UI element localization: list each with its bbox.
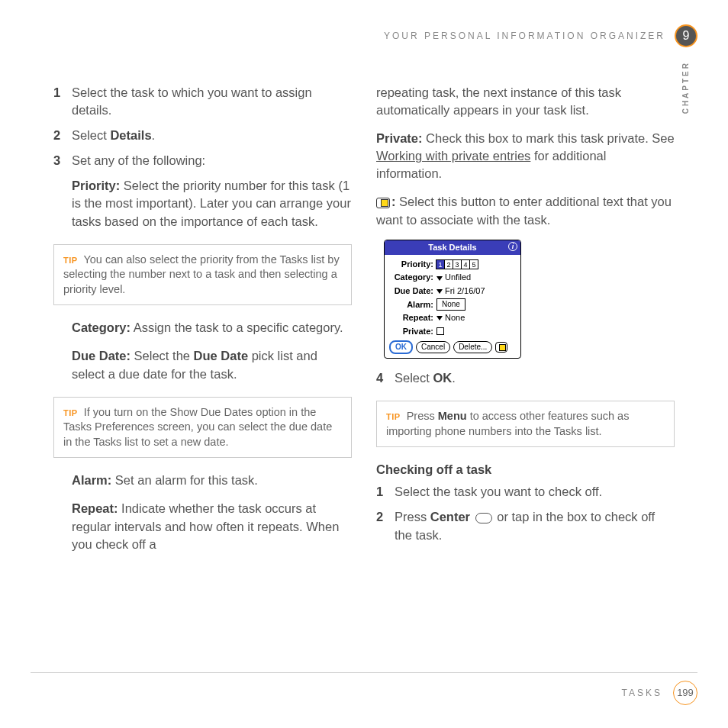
bold-text: Center — [430, 510, 470, 523]
repeat-row: Repeat: None — [389, 312, 516, 324]
chevron-down-icon — [436, 276, 443, 281]
tip-text: If you turn on the Show Due Dates option… — [63, 406, 332, 448]
tip-label: TIP — [386, 412, 401, 421]
note-paragraph: : Select this button to enter additional… — [376, 193, 675, 228]
field-label: Category: — [72, 321, 130, 334]
step-text: Select the task you want to check off. — [395, 483, 675, 501]
priority-selector[interactable]: 1 2 3 4 5 — [436, 259, 478, 269]
alarm-paragraph: Alarm: Set an alarm for this task. — [72, 472, 352, 489]
repeat-paragraph: Repeat: Indicate whether the task occurs… — [72, 500, 352, 552]
footer-section-label: TASKS — [622, 687, 662, 700]
field-label: Alarm: — [72, 473, 111, 487]
text: Press — [395, 510, 430, 523]
text: Assign the task to a specific category. — [130, 321, 343, 334]
text: Select — [395, 371, 433, 385]
value: Unfiled — [445, 272, 471, 282]
alarm-value[interactable]: None — [436, 298, 465, 311]
repeat-continuation: repeating task, the next instance of thi… — [376, 84, 675, 119]
step-number: 2 — [53, 127, 72, 144]
category-row: Category: Unfiled — [389, 272, 516, 283]
private-checkbox[interactable] — [436, 327, 444, 335]
step-text: Press Center or tap in the box to check … — [395, 508, 675, 543]
category-paragraph: Category: Assign the task to a specific … — [72, 319, 352, 337]
step-text: Select OK. — [395, 369, 675, 387]
tip-label: TIP — [63, 256, 78, 265]
duedate-paragraph: Due Date: Select the Due Date pick list … — [72, 347, 352, 382]
bold-text: Menu — [438, 410, 467, 422]
delete-button[interactable]: Delete... — [453, 341, 492, 353]
text: Select the — [130, 349, 194, 362]
check-step-1: 1 Select the task you want to check off. — [376, 483, 675, 501]
dialog-titlebar: Task Details i — [385, 240, 520, 255]
section-heading: Checking off a task — [376, 461, 675, 478]
footer-rule — [31, 672, 697, 673]
dropdown[interactable]: None — [436, 312, 465, 324]
tip-box: TIP You can also select the priority fro… — [53, 244, 352, 306]
label: Alarm: — [389, 299, 433, 311]
chapter-label: CHAPTER — [681, 61, 691, 114]
field-label: Priority: — [72, 179, 120, 192]
step-text: Set any of the following: — [72, 152, 352, 169]
bold-text: Details — [110, 128, 151, 142]
tip-label: TIP — [63, 408, 78, 417]
value: None — [445, 313, 465, 322]
text: Select — [72, 128, 110, 142]
step-number: 1 — [376, 483, 395, 501]
text: Press — [404, 410, 438, 422]
page-number-badge: 199 — [673, 681, 697, 705]
step-2: 2 Select Details. — [53, 127, 352, 144]
tip-box: TIP Press Menu to access other features … — [376, 401, 675, 447]
cancel-button[interactable]: Cancel — [416, 341, 450, 353]
chevron-down-icon — [436, 316, 443, 321]
note-button[interactable] — [495, 342, 507, 353]
dropdown[interactable]: Fri 2/16/07 — [436, 285, 485, 297]
right-column: repeating task, the next instance of thi… — [376, 84, 675, 564]
priority-paragraph: Priority: Select the priority number for… — [72, 177, 352, 230]
info-icon[interactable]: i — [508, 242, 517, 251]
page-footer: TASKS 199 — [622, 681, 697, 705]
label: Category: — [389, 272, 433, 283]
label: Priority: — [389, 259, 433, 270]
text: Check this box to mark this task private… — [423, 131, 675, 145]
field-label: Due Date: — [72, 349, 130, 362]
chapter-number-badge: 9 — [675, 24, 697, 47]
cross-reference-link[interactable]: Working with private entries — [376, 149, 530, 163]
ok-button[interactable]: OK — [389, 340, 413, 354]
step-4: 4 Select OK. — [376, 369, 675, 387]
text: . — [452, 371, 456, 385]
dropdown[interactable]: Unfiled — [436, 272, 471, 283]
duedate-row: Due Date: Fri 2/16/07 — [389, 285, 516, 297]
left-column: 1 Select the task to which you want to a… — [53, 84, 352, 564]
check-step-2: 2 Press Center or tap in the box to chec… — [376, 508, 675, 543]
page-header: YOUR PERSONAL INFORMATION ORGANIZER 9 — [384, 24, 697, 47]
bold-text: OK — [433, 371, 452, 385]
field-label: Repeat: — [72, 501, 118, 515]
label: Due Date: — [389, 285, 433, 297]
priority-option[interactable]: 5 — [469, 259, 478, 269]
tip-box: TIP If you turn on the Show Due Dates op… — [53, 397, 352, 459]
tip-text: You can also select the priority from th… — [63, 253, 340, 295]
page-content: 1 Select the task to which you want to a… — [0, 0, 728, 564]
label: Private: — [389, 326, 433, 337]
running-title: YOUR PERSONAL INFORMATION ORGANIZER — [384, 30, 665, 43]
step-text: Select Details. — [72, 127, 352, 144]
note-icon — [376, 198, 390, 208]
step-number: 2 — [376, 508, 395, 543]
dialog-button-row: OK Cancel Delete... — [389, 340, 516, 354]
step-number: 1 — [53, 84, 72, 119]
field-label: Private: — [376, 131, 423, 145]
step-3: 3 Set any of the following: — [53, 152, 352, 169]
private-paragraph: Private: Check this box to mark this tas… — [376, 130, 675, 182]
text: Set an alarm for this task. — [111, 473, 258, 487]
private-row: Private: — [389, 326, 516, 337]
task-details-dialog: Task Details i Priority: 1 2 3 4 5 Categ… — [384, 240, 521, 359]
label: Repeat: — [389, 312, 433, 324]
chevron-down-icon — [436, 289, 443, 294]
step-1: 1 Select the task to which you want to a… — [53, 84, 352, 119]
priority-row: Priority: 1 2 3 4 5 — [389, 259, 516, 270]
step-number: 3 — [53, 152, 72, 169]
text: . — [152, 128, 156, 142]
value: Fri 2/16/07 — [445, 286, 485, 295]
dialog-body: Priority: 1 2 3 4 5 Category: Unfiled Du… — [385, 255, 520, 358]
alarm-row: Alarm: None — [389, 298, 516, 311]
